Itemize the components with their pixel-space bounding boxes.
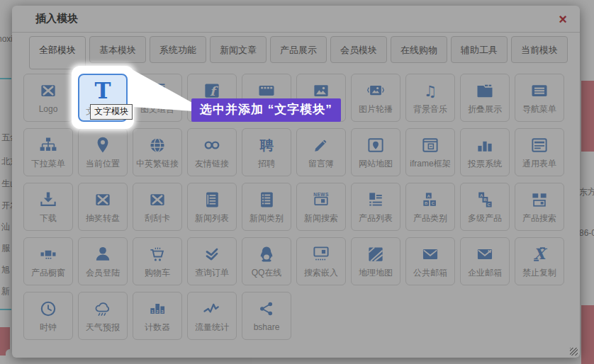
- screen: noxi 五金北京生山开发汕服旭新 东方86-0 插入模块 × 全部模块基本模块…: [0, 0, 594, 364]
- svg-text:T: T: [95, 78, 111, 103]
- dim-overlay: [0, 0, 594, 364]
- native-tooltip: 文字模块: [90, 104, 133, 120]
- guide-callout: 选中并添加 “文字模块”: [191, 98, 341, 122]
- text-module-icon: T: [89, 76, 116, 105]
